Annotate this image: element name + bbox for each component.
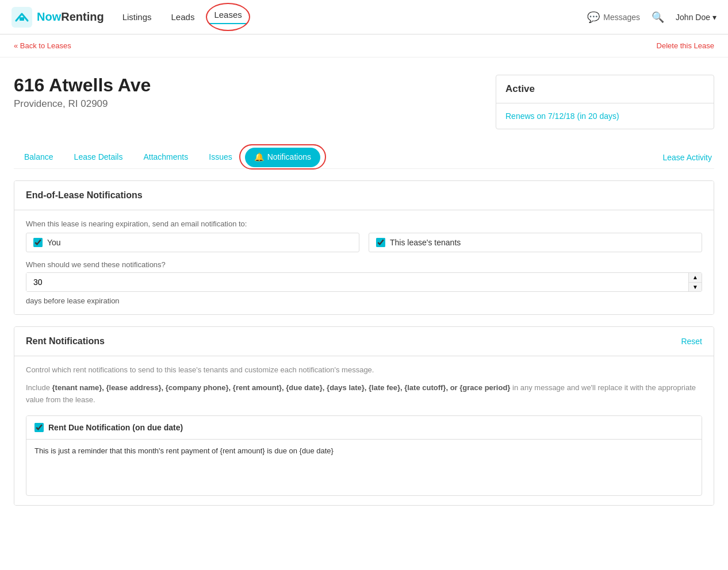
status-title: Active (496, 75, 714, 103)
messages-button[interactable]: 💬 Messages (587, 11, 640, 24)
chevron-down-icon: ▾ (712, 13, 716, 22)
rent-notifications-header: Rent Notifications Reset (14, 327, 714, 356)
days-input[interactable] (26, 273, 688, 291)
end-of-lease-title: End-of-Lease Notifications (26, 190, 143, 201)
tab-notifications[interactable]: 🔔 Notifications (245, 148, 320, 167)
navbar-leads[interactable]: Leads (170, 10, 196, 24)
main-content: 616 Atwells Ave Providence, RI 02909 Act… (0, 57, 728, 506)
navbar: NowRenting Listings Leads Leases 💬 Messa… (0, 0, 728, 34)
bell-icon: 🔔 (254, 152, 264, 161)
rent-due-card-body: This is just a reminder that this month'… (26, 440, 702, 495)
navbar-right: 💬 Messages 🔍 John Doe ▾ (587, 11, 716, 24)
tabs-row: Balance Lease Details Attachments Issues… (14, 147, 714, 169)
subnav: Back to Leases Delete this Lease (0, 34, 728, 57)
logo-icon (12, 7, 32, 28)
tab-attachments[interactable]: Attachments (133, 147, 198, 168)
spinner-down-button[interactable]: ▼ (689, 283, 702, 292)
reset-link[interactable]: Reset (681, 337, 702, 346)
spinner-up-button[interactable]: ▲ (689, 273, 702, 283)
you-label: You (47, 238, 61, 247)
delete-lease-link[interactable]: Delete this Lease (657, 41, 714, 50)
property-city: Providence, RI 02909 (14, 98, 484, 110)
status-renews: Renews on 7/12/18 (in 20 days) (505, 111, 619, 121)
property-info: 616 Atwells Ave Providence, RI 02909 (14, 75, 484, 110)
rent-notifications-description: Control which rent notifications to send… (26, 365, 702, 374)
end-of-lease-header: End-of-Lease Notifications (14, 181, 714, 210)
you-checkbox-item: You (26, 233, 359, 252)
rent-due-message-textarea[interactable]: This is just a reminder that this month'… (35, 446, 693, 487)
navbar-links: Listings Leads Leases (121, 10, 588, 24)
rent-due-checkbox[interactable] (35, 423, 44, 432)
navbar-leases[interactable]: Leases (213, 7, 243, 22)
back-to-leases-link[interactable]: Back to Leases (14, 41, 71, 50)
you-checkbox[interactable] (33, 238, 43, 247)
property-status-row: 616 Atwells Ave Providence, RI 02909 Act… (14, 75, 714, 129)
rent-due-title: Rent Due Notification (on due date) (48, 423, 183, 432)
recipients-row: You This lease's tenants (26, 233, 702, 252)
rent-notifications-section: Rent Notifications Reset Control which r… (14, 326, 714, 506)
rent-due-card: Rent Due Notification (on due date) This… (26, 415, 702, 496)
template-vars-info: Include {tenant name}, {lease address}, … (26, 382, 702, 406)
end-of-lease-section: End-of-Lease Notifications When this lea… (14, 180, 714, 315)
template-vars-values: {tenant name}, {lease address}, {company… (52, 383, 511, 392)
navbar-listings[interactable]: Listings (121, 10, 153, 24)
status-box: Active Renews on 7/12/18 (in 20 days) (496, 75, 714, 129)
days-input-wrapper: ▲ ▼ (26, 272, 702, 292)
tenants-label: This lease's tenants (390, 238, 461, 247)
svg-rect-1 (20, 17, 24, 21)
tab-lease-details[interactable]: Lease Details (64, 147, 133, 168)
rent-notifications-title: Rent Notifications (26, 336, 105, 346)
days-suffix-label: days before lease expiration (26, 296, 702, 305)
status-body: Renews on 7/12/18 (in 20 days) (496, 103, 714, 129)
spinner-buttons: ▲ ▼ (688, 273, 702, 291)
when-send-label: When should we send these notifications? (26, 260, 702, 269)
tabs-right: Lease Activity (662, 153, 714, 162)
chat-icon: 💬 (587, 11, 600, 24)
send-to-label: When this lease is nearing expiration, s… (26, 219, 702, 228)
tenants-checkbox-item: This lease's tenants (369, 233, 702, 252)
tab-balance[interactable]: Balance (14, 147, 64, 168)
tenants-checkbox[interactable] (376, 238, 385, 247)
lease-activity-link[interactable]: Lease Activity (662, 153, 712, 162)
logo-text: NowRenting (37, 10, 104, 24)
search-icon[interactable]: 🔍 (652, 11, 664, 24)
rent-notifications-body: Control which rent notifications to send… (14, 356, 714, 505)
days-input-row: When should we send these notifications?… (26, 260, 702, 305)
end-of-lease-body: When this lease is nearing expiration, s… (14, 210, 714, 314)
user-menu[interactable]: John Doe ▾ (676, 13, 716, 22)
navbar-leases-wrapper: Leases (213, 10, 243, 24)
tab-issues[interactable]: Issues (198, 147, 242, 168)
property-address: 616 Atwells Ave (14, 75, 484, 96)
logo[interactable]: NowRenting (12, 7, 104, 28)
rent-due-card-header: Rent Due Notification (on due date) (26, 416, 702, 440)
